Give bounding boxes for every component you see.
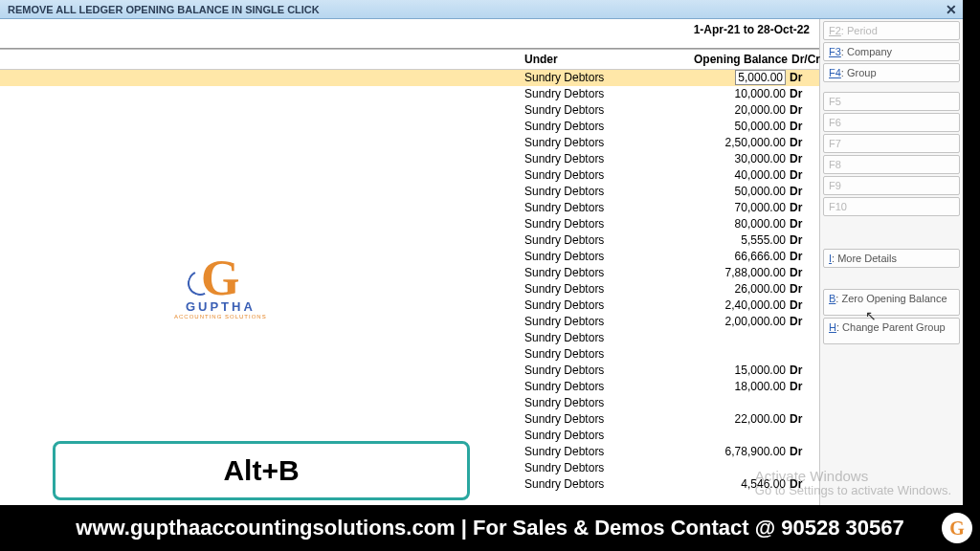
cell-balance (678, 395, 786, 411)
cell-under: Sundry Debtors (524, 428, 678, 444)
cell-under: Sundry Debtors (524, 379, 678, 395)
cell-under: Sundry Debtors (524, 151, 678, 167)
btn-f6[interactable]: F6 (823, 113, 960, 132)
cell-drcr (786, 330, 814, 346)
cell-under: Sundry Debtors (524, 200, 678, 216)
btn-f2-period[interactable]: F2: Period (823, 21, 960, 40)
cell-drcr: Dr (786, 86, 814, 102)
table-row[interactable]: Sundry Debtors10,000.00Dr (0, 86, 819, 102)
cell-under: Sundry Debtors (524, 395, 678, 411)
cell-balance: 2,00,000.00 (678, 314, 786, 330)
cell-drcr: Dr (786, 135, 814, 151)
cell-balance: 30,000.00 (678, 151, 786, 167)
table-row[interactable]: Sundry Debtors50,000.00Dr (0, 184, 819, 200)
table-row[interactable]: Sundry Debtors (0, 395, 819, 411)
table-row[interactable]: Sundry Debtors70,000.00Dr (0, 200, 819, 216)
table-row[interactable]: Sundry Debtors80,000.00Dr (0, 216, 819, 232)
cell-drcr: Dr (786, 216, 814, 232)
cell-balance (678, 346, 786, 363)
cell-balance: 10,000.00 (678, 86, 786, 102)
cell-drcr: Dr (786, 379, 814, 395)
cell-under: Sundry Debtors (524, 119, 678, 135)
cell-under: Sundry Debtors (524, 249, 678, 265)
btn-f7[interactable]: F7 (823, 134, 960, 153)
table-row[interactable]: Sundry Debtors5,555.00Dr (0, 232, 819, 249)
cell-balance (678, 330, 786, 346)
cell-drcr: Dr (786, 411, 814, 428)
cell-balance: 22,000.00 (678, 411, 786, 428)
ledger-rows: Sundry Debtors5,000.00DrSundry Debtors10… (0, 70, 819, 493)
table-row[interactable]: Sundry Debtors30,000.00Dr (0, 151, 819, 167)
cell-drcr: Dr (786, 444, 814, 460)
cell-drcr: Dr (786, 70, 814, 86)
cell-drcr: Dr (786, 281, 814, 298)
cell-drcr: Dr (786, 151, 814, 167)
video-footer: www.gupthaaccountingsolutions.com | For … (0, 505, 980, 551)
btn-change-parent-group[interactable]: H: Change Parent Group (823, 318, 960, 344)
btn-f8[interactable]: F8 (823, 155, 960, 174)
table-row[interactable]: Sundry Debtors (0, 346, 819, 363)
cell-under: Sundry Debtors (524, 346, 678, 363)
letterbox-right (963, 0, 980, 505)
table-row[interactable]: Sundry Debtors2,50,000.00Dr (0, 135, 819, 151)
table-row[interactable]: Sundry Debtors (0, 330, 819, 346)
balance-edit-field[interactable]: 5,000.00 (735, 70, 786, 85)
table-row[interactable]: Sundry Debtors2,00,000.00Dr (0, 314, 819, 330)
cell-drcr (786, 460, 814, 476)
cell-under: Sundry Debtors (524, 167, 678, 184)
cell-balance: 5,555.00 (678, 232, 786, 249)
btn-f4-group[interactable]: F4: Group (823, 63, 960, 82)
cell-under: Sundry Debtors (524, 444, 678, 460)
cell-under: Sundry Debtors (524, 232, 678, 249)
cell-balance: 7,88,000.00 (678, 265, 786, 281)
btn-f3-company[interactable]: F3: Company (823, 42, 960, 61)
side-toolbar: F2: Period F3: Company F4: Group F5 F6 F… (819, 19, 963, 505)
table-row[interactable]: Sundry Debtors15,000.00Dr (0, 363, 819, 379)
period-range: 1-Apr-21 to 28-Oct-22 (0, 19, 819, 38)
footer-brand-icon: G (942, 513, 972, 543)
cell-drcr: Dr (786, 167, 814, 184)
cell-drcr (786, 395, 814, 411)
window-title: REMOVE ALL LEDGER OPENING BALANCE IN SIN… (8, 4, 320, 15)
cell-under: Sundry Debtors (524, 135, 678, 151)
table-row[interactable]: Sundry Debtors7,88,000.00Dr (0, 265, 819, 281)
cell-drcr (786, 428, 814, 444)
table-row[interactable]: Sundry Debtors50,000.00Dr (0, 119, 819, 135)
cell-under: Sundry Debtors (524, 216, 678, 232)
btn-f9[interactable]: F9 (823, 176, 960, 195)
cell-balance (678, 428, 786, 444)
btn-zero-opening-balance[interactable]: B: Zero Opening Balance (823, 289, 960, 316)
table-row[interactable]: Sundry Debtors22,000.00Dr (0, 411, 819, 428)
cell-under: Sundry Debtors (524, 102, 678, 119)
table-row[interactable]: Sundry Debtors2,40,000.00Dr (0, 298, 819, 314)
table-row[interactable]: Sundry Debtors18,000.00Dr (0, 379, 819, 395)
close-icon[interactable]: ✕ (946, 2, 957, 17)
cell-under: Sundry Debtors (524, 460, 678, 476)
cell-drcr: Dr (786, 102, 814, 119)
cell-drcr: Dr (786, 314, 814, 330)
btn-more-details[interactable]: I: More Details (823, 249, 960, 268)
cell-under: Sundry Debtors (524, 330, 678, 346)
cell-balance: 50,000.00 (678, 184, 786, 200)
table-row[interactable]: Sundry Debtors26,000.00Dr (0, 281, 819, 298)
shortcut-callout: Alt+B (53, 441, 470, 500)
cell-drcr: Dr (786, 265, 814, 281)
table-row[interactable]: Sundry Debtors20,000.00Dr (0, 102, 819, 119)
table-row[interactable]: Sundry Debtors5,000.00Dr (0, 70, 819, 86)
cell-under: Sundry Debtors (524, 363, 678, 379)
cell-under: Sundry Debtors (524, 411, 678, 428)
cell-balance: 18,000.00 (678, 379, 786, 395)
cell-balance: 40,000.00 (678, 167, 786, 184)
btn-f5[interactable]: F5 (823, 92, 960, 111)
table-row[interactable]: Sundry Debtors40,000.00Dr (0, 167, 819, 184)
cell-balance: 2,50,000.00 (678, 135, 786, 151)
cell-under: Sundry Debtors (524, 184, 678, 200)
cell-balance: 26,000.00 (678, 281, 786, 298)
cell-under: Sundry Debtors (524, 265, 678, 281)
col-under: Under (524, 53, 678, 66)
cell-balance: 80,000.00 (678, 216, 786, 232)
footer-text: www.gupthaaccountingsolutions.com | For … (76, 516, 903, 540)
table-row[interactable]: Sundry Debtors66,666.00Dr (0, 249, 819, 265)
btn-f10[interactable]: F10 (823, 197, 960, 216)
cell-balance: 66,666.00 (678, 249, 786, 265)
